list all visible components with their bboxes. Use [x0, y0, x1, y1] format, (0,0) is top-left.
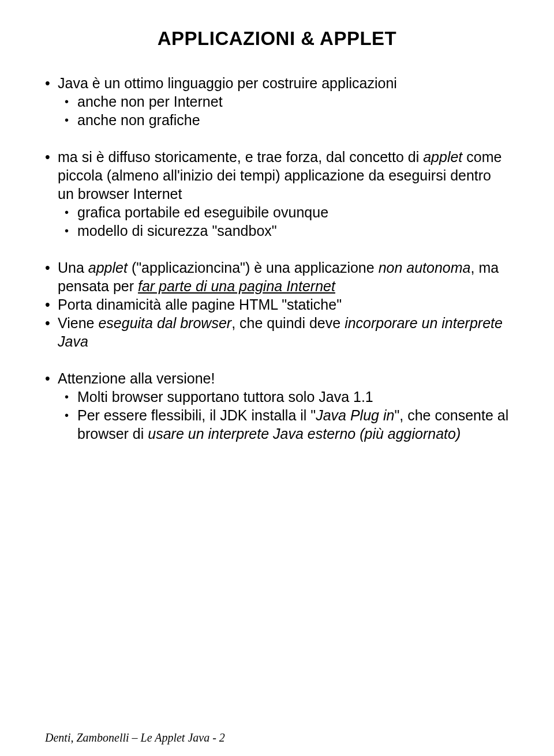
bullet-dot-icon: • — [45, 369, 58, 388]
bullet-sub-item: • modello di sicurezza "sandbox" — [45, 221, 509, 240]
bullet-dot-icon: • — [45, 314, 58, 332]
bullet-dot-icon: • — [65, 221, 77, 240]
bullet-dot-icon: • — [45, 148, 58, 166]
bullet-dot-icon: • — [45, 295, 58, 314]
document-content: • Java è un ottimo linguaggio per costru… — [45, 74, 509, 443]
page-title: APPLICAZIONI & APPLET — [45, 28, 509, 50]
bullet-sub-item: • anche non grafiche — [45, 111, 509, 129]
bullet-item: • ma si è diffuso storicamente, e trae f… — [45, 148, 509, 203]
bullet-item: • Una applet ("applicazioncina") è una a… — [45, 258, 509, 295]
bullet-text: ma si è diffuso storicamente, e trae for… — [58, 148, 509, 203]
bullet-item: • Java è un ottimo linguaggio per costru… — [45, 74, 509, 92]
block-3: • Una applet ("applicazioncina") è una a… — [45, 258, 509, 351]
bullet-text: Java è un ottimo linguaggio per costruir… — [58, 74, 509, 92]
bullet-text: anche non per Internet — [77, 92, 509, 111]
block-2: • ma si è diffuso storicamente, e trae f… — [45, 148, 509, 240]
bullet-dot-icon: • — [45, 258, 58, 277]
bullet-dot-icon: • — [65, 92, 77, 111]
block-4: • Attenzione alla versione! • Molti brow… — [45, 369, 509, 443]
page-footer: Denti, Zambonelli – Le Applet Java - 2 — [45, 731, 225, 744]
block-1: • Java è un ottimo linguaggio per costru… — [45, 74, 509, 129]
bullet-text: Molti browser supportano tuttora solo Ja… — [77, 388, 509, 406]
bullet-text: Attenzione alla versione! — [58, 369, 509, 388]
bullet-dot-icon: • — [65, 388, 77, 406]
bullet-text: Porta dinamicità alle pagine HTML "stati… — [58, 295, 509, 314]
bullet-text: modello di sicurezza "sandbox" — [77, 221, 509, 240]
bullet-text: grafica portabile ed eseguibile ovunque — [77, 203, 509, 221]
bullet-text: Una applet ("applicazioncina") è una app… — [58, 258, 509, 295]
bullet-item: • Viene eseguita dal browser, che quindi… — [45, 314, 509, 351]
bullet-item: • Porta dinamicità alle pagine HTML "sta… — [45, 295, 509, 314]
bullet-dot-icon: • — [65, 111, 77, 129]
bullet-dot-icon: • — [65, 203, 77, 221]
bullet-text: Per essere flessibili, il JDK installa i… — [77, 406, 509, 443]
bullet-text: Viene eseguita dal browser, che quindi d… — [58, 314, 509, 351]
bullet-sub-item: • Per essere flessibili, il JDK installa… — [45, 406, 509, 443]
bullet-sub-item: • Molti browser supportano tuttora solo … — [45, 388, 509, 406]
bullet-item: • Attenzione alla versione! — [45, 369, 509, 388]
bullet-dot-icon: • — [45, 74, 58, 92]
bullet-text: anche non grafiche — [77, 111, 509, 129]
bullet-sub-item: • grafica portabile ed eseguibile ovunqu… — [45, 203, 509, 221]
bullet-sub-item: • anche non per Internet — [45, 92, 509, 111]
bullet-dot-icon: • — [65, 406, 77, 424]
